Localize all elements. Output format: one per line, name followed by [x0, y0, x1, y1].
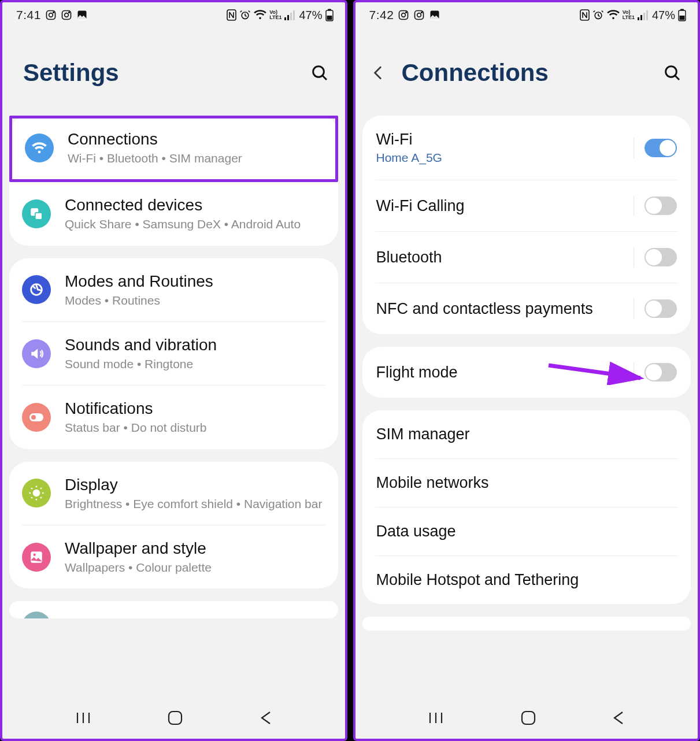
row-nfc[interactable]: NFC and contactless payments: [375, 283, 679, 334]
display-icon: [22, 479, 51, 507]
nav-back[interactable]: [612, 710, 625, 725]
connected-devices-icon: [22, 199, 51, 228]
gallery-icon: [429, 9, 440, 21]
search-icon[interactable]: [310, 64, 329, 82]
row-title: Mobile networks: [376, 474, 677, 492]
nfc-toggle[interactable]: [645, 299, 677, 318]
svg-point-2: [53, 12, 54, 13]
row-text: Connected devices Quick Share • Samsung …: [65, 195, 325, 232]
svg-point-27: [402, 13, 406, 17]
settings-group: Modes and Routines Modes • Routines Soun…: [9, 258, 338, 449]
row-mobile-networks[interactable]: Mobile networks: [375, 458, 679, 507]
svg-rect-15: [327, 16, 332, 20]
row-title: Modes and Routines: [65, 271, 325, 291]
connections-group: Wi-Fi Home A_5G Wi-Fi Calling Bluetooth …: [362, 116, 691, 334]
row-wifi-calling[interactable]: Wi-Fi Calling: [375, 180, 679, 231]
row-title: Mobile Hotspot and Tethering: [376, 571, 677, 589]
svg-point-21: [31, 415, 36, 420]
instagram-icon: [61, 9, 72, 21]
annotation-arrow-icon: [545, 360, 649, 385]
settings-row-wallpaper[interactable]: Wallpaper and style Wallpapers • Colour …: [22, 525, 325, 588]
battery-percent: 47%: [652, 9, 675, 22]
row-subtitle: Home A_5G: [376, 151, 629, 165]
sound-icon: [22, 339, 51, 368]
row-title: Display: [65, 475, 325, 495]
settings-row-notifications[interactable]: Notifications Status bar • Do not distur…: [22, 385, 325, 449]
settings-row-sounds[interactable]: Sounds and vibration Sound mode • Ringto…: [22, 321, 325, 385]
row-subtitle: Wallpapers • Colour palette: [65, 560, 325, 576]
modes-icon: [22, 275, 51, 304]
separator: [634, 247, 634, 268]
svg-rect-14: [328, 9, 331, 11]
instagram-icon: [413, 9, 425, 21]
svg-rect-36: [640, 15, 642, 20]
row-text: Connections Wi-Fi • Bluetooth • SIM mana…: [68, 129, 323, 166]
row-subtitle: Wi-Fi • Bluetooth • SIM manager: [68, 150, 323, 166]
bluetooth-toggle[interactable]: [645, 248, 677, 266]
row-title: SIM manager: [376, 425, 677, 443]
svg-rect-41: [680, 16, 685, 20]
nav-recents[interactable]: [428, 711, 444, 725]
row-sim-manager[interactable]: SIM manager: [375, 410, 679, 458]
instagram-icon: [45, 9, 57, 21]
status-time: 7:42: [369, 8, 394, 22]
page-title: Settings: [23, 59, 119, 87]
settings-row-display[interactable]: Display Brightness • Eye comfort shield …: [22, 462, 325, 525]
settings-group-truncated: Th: [9, 601, 338, 618]
svg-rect-44: [522, 712, 535, 724]
connections-group: Flight mode: [362, 347, 691, 398]
settings-row-modes-routines[interactable]: Modes and Routines Modes • Routines: [22, 258, 325, 321]
connections-screen: 7:42 Vo)LTE1 47% Connections Wi-Fi Home …: [353, 0, 701, 741]
row-title: Bluetooth: [376, 249, 629, 266]
alarm-icon: [239, 9, 251, 21]
settings-list[interactable]: Connections Wi-Fi • Bluetooth • SIM mana…: [2, 116, 345, 696]
status-bar: 7:41 Vo)LTE1 47%: [2, 2, 345, 25]
connections-group: SIM manager Mobile networks Data usage M…: [362, 410, 691, 604]
back-button[interactable]: [367, 61, 389, 84]
row-title: Connections: [68, 129, 323, 149]
volte-icon: Vo)LTE1: [269, 10, 282, 20]
row-title: Wallpaper and style: [65, 538, 325, 558]
wifi-icon: [254, 10, 266, 20]
signal-icon: [638, 10, 649, 20]
nav-home[interactable]: [520, 710, 536, 726]
battery-icon: [678, 9, 686, 21]
wifi-toggle[interactable]: [645, 139, 677, 157]
flight-mode-toggle[interactable]: [645, 363, 677, 381]
wifi-calling-toggle[interactable]: [645, 197, 677, 215]
header: Settings: [2, 25, 345, 116]
svg-rect-10: [287, 15, 289, 20]
connections-group-truncated: [362, 617, 691, 631]
nav-recents[interactable]: [75, 711, 91, 725]
nav-home[interactable]: [167, 710, 183, 726]
settings-row-connections[interactable]: Connections Wi-Fi • Bluetooth • SIM mana…: [25, 129, 323, 166]
svg-point-24: [34, 553, 36, 555]
alarm-icon: [592, 9, 604, 21]
svg-rect-12: [293, 10, 295, 20]
row-subtitle: Modes • Routines: [65, 292, 325, 309]
svg-point-4: [65, 13, 69, 17]
search-icon[interactable]: [663, 64, 682, 82]
connections-list[interactable]: Wi-Fi Home A_5G Wi-Fi Calling Bluetooth …: [355, 116, 698, 696]
row-text: Modes and Routines Modes • Routines: [65, 271, 325, 309]
row-hotspot[interactable]: Mobile Hotspot and Tethering: [375, 555, 679, 604]
nav-back[interactable]: [260, 710, 272, 725]
row-subtitle: Status bar • Do not disturb: [65, 420, 325, 436]
status-bar: 7:42 Vo)LTE1 47%: [355, 2, 698, 25]
svg-point-1: [49, 13, 53, 17]
row-bluetooth[interactable]: Bluetooth: [375, 231, 679, 283]
row-subtitle: Sound mode • Ringtone: [65, 356, 325, 372]
svg-rect-37: [643, 13, 645, 20]
svg-rect-11: [290, 13, 292, 20]
wifi-icon: [25, 134, 54, 162]
separator: [634, 138, 634, 158]
row-title: NFC and contactless payments: [376, 300, 629, 318]
separator: [634, 195, 634, 216]
row-wifi[interactable]: Wi-Fi Home A_5G: [375, 116, 679, 180]
svg-rect-38: [646, 10, 648, 20]
svg-point-16: [313, 66, 324, 77]
svg-point-30: [417, 13, 421, 17]
notification-icon: [22, 403, 51, 432]
settings-row-connected-devices[interactable]: Connected devices Quick Share • Samsung …: [22, 182, 325, 245]
row-data-usage[interactable]: Data usage: [375, 507, 679, 555]
